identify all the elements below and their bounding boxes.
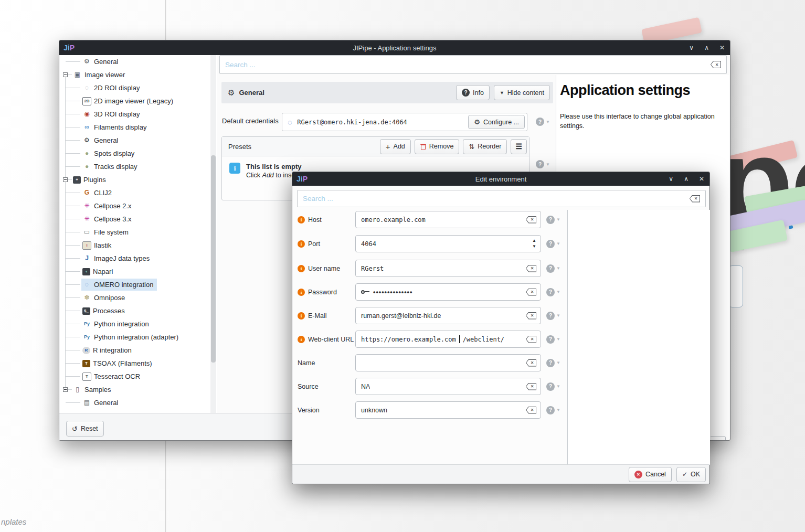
tree-item-inner[interactable]: ▤General xyxy=(81,397,122,409)
menu-button[interactable]: ☰ xyxy=(511,139,527,154)
tree-item-general[interactable]: ▤General xyxy=(59,396,210,409)
tree-item-inner[interactable]: ◌OMERO integration xyxy=(81,279,157,291)
tree-item-r-integration[interactable]: RR integration xyxy=(59,344,210,357)
field-input[interactable]: NA xyxy=(355,378,541,395)
scrollbar-thumb[interactable] xyxy=(211,155,216,363)
tree-item-filaments-display[interactable]: ∞Filaments display xyxy=(59,121,210,134)
hide-content-button[interactable]: ▼ Hide content xyxy=(494,85,550,100)
tree-item-general[interactable]: ⚙General xyxy=(59,134,210,147)
tree-item-inner[interactable]: ●Tracks display xyxy=(81,161,141,173)
tree-item-inner[interactable]: ◌2D ROI display xyxy=(81,82,143,94)
field-help[interactable]: ▼ xyxy=(546,335,560,344)
help-icon[interactable] xyxy=(546,359,555,367)
minimize-icon[interactable]: ∨ xyxy=(689,45,694,51)
field-input[interactable]: omero.example.com xyxy=(355,211,541,228)
ok-button[interactable]: ✓ OK xyxy=(676,467,706,482)
field-help[interactable]: ▼ xyxy=(546,359,560,367)
close-icon[interactable]: ✕ xyxy=(719,45,725,51)
tree-item-tracks-display[interactable]: ●Tracks display xyxy=(59,160,210,173)
clear-search-icon[interactable] xyxy=(690,195,700,203)
field-input[interactable]: •••••••••••••• xyxy=(355,283,541,301)
spin-down-icon[interactable]: ▼ xyxy=(532,244,536,249)
field-help[interactable]: ▼ xyxy=(546,216,560,224)
add-button[interactable]: +Add xyxy=(380,139,411,154)
field-input[interactable]: unknown xyxy=(355,401,541,419)
parameter-info-icon[interactable] xyxy=(298,216,305,224)
tree-item-inner[interactable]: ✽Omnipose xyxy=(81,292,129,304)
tree-item-inner[interactable]: ▣Image viewer xyxy=(72,69,129,81)
tree-item-inner[interactable]: ◖Napari xyxy=(81,265,116,278)
tree-item-python-integration-adapter-[interactable]: PyPython integration (adapter) xyxy=(59,331,210,344)
clear-search-icon[interactable] xyxy=(711,61,721,68)
dialog-search-input[interactable]: Search ... xyxy=(297,190,706,207)
field-input[interactable]: 4064▲▼ xyxy=(355,235,541,252)
dialog-titlebar[interactable]: JiP Edit environment ∨ ∧ ✕ xyxy=(292,172,709,186)
tree-item-3d-roi-display[interactable]: ◉3D ROI display xyxy=(59,108,210,121)
field-help[interactable]: ▼ xyxy=(546,406,560,414)
tree-item-inner[interactable]: ▯Samples xyxy=(72,384,115,396)
remove-button[interactable]: Remove xyxy=(415,139,460,154)
tree-item-2d-image-viewer-legacy-[interactable]: 2D2D image viewer (Legacy) xyxy=(59,94,210,108)
tree-item-clij2[interactable]: GCLIJ2 xyxy=(59,186,210,199)
tree-item-tesseract-ocr[interactable]: TTesseract OCR xyxy=(59,370,210,383)
tree-item-python-integration[interactable]: PyPython integration xyxy=(59,317,210,331)
tree-item-inner[interactable]: JImageJ data types xyxy=(81,252,153,264)
main-titlebar[interactable]: JiP JIPipe - Application settings ∨ ∧ ✕ xyxy=(59,40,730,55)
tree-item-spots-display[interactable]: ●Spots display xyxy=(59,147,210,160)
tree-item-inner[interactable]: ∞Filaments display xyxy=(81,121,150,133)
tree-item-processes[interactable]: $_Processes xyxy=(59,304,210,317)
tree-item-inner[interactable]: ✳Cellpose 3.x xyxy=(81,213,135,225)
tree-item-inner[interactable]: RR integration xyxy=(81,344,135,356)
tree-item-tsoax-filaments-[interactable]: TTSOAX (Filaments) xyxy=(59,357,210,370)
field-help[interactable]: ▼ xyxy=(546,240,560,248)
tree-item-inner[interactable]: ▭File system xyxy=(81,226,132,238)
clear-field-icon[interactable] xyxy=(526,265,536,272)
parameter-info-icon[interactable] xyxy=(298,289,305,296)
tree-item-cellpose-3-x[interactable]: ✳Cellpose 3.x xyxy=(59,212,210,226)
default-credentials-widget[interactable]: ◌ RGerst@omero.hki-jena.de:4064 ⚙ Config… xyxy=(282,113,527,131)
maximize-icon[interactable]: ∧ xyxy=(684,176,689,182)
clear-field-icon[interactable] xyxy=(526,289,536,296)
parameter-info-icon[interactable] xyxy=(298,336,305,343)
parameter-info-icon[interactable] xyxy=(298,265,305,272)
tree-item-inner[interactable]: +Plugins xyxy=(72,174,110,186)
help-icon[interactable] xyxy=(546,288,555,296)
clear-field-icon[interactable] xyxy=(526,383,536,390)
help-icon[interactable] xyxy=(546,240,555,248)
tree-item-imagej-data-types[interactable]: JImageJ data types xyxy=(59,252,210,265)
tree-item-inner[interactable]: 2D2D image viewer (Legacy) xyxy=(81,95,177,107)
help-icon[interactable] xyxy=(536,160,544,168)
tree-item-inner[interactable]: GCLIJ2 xyxy=(81,187,115,199)
field-input[interactable]: ruman.gerst@leibniz-hki.de xyxy=(355,307,541,324)
close-icon[interactable]: ✕ xyxy=(699,176,704,182)
help-icon[interactable] xyxy=(546,264,555,273)
configure-button[interactable]: ⚙ Configure ... xyxy=(468,115,525,129)
tree-item-inner[interactable]: ⚙General xyxy=(81,134,122,146)
clear-field-icon[interactable] xyxy=(526,336,536,343)
cancel-button[interactable]: Cancel xyxy=(629,467,672,482)
clear-field-icon[interactable] xyxy=(526,312,536,320)
tree-item-inner[interactable]: PyPython integration (adapter) xyxy=(81,331,182,343)
help-icon[interactable] xyxy=(546,406,555,414)
help-icon[interactable] xyxy=(546,382,555,391)
sidebar-scrollbar[interactable] xyxy=(210,55,216,413)
field-input[interactable] xyxy=(355,354,541,371)
tree-item-file-system[interactable]: ▭File system xyxy=(59,226,210,239)
help-icon[interactable] xyxy=(546,335,555,344)
field-help[interactable]: ▼ xyxy=(546,382,560,391)
collapse-box-icon[interactable] xyxy=(63,177,68,182)
clear-field-icon[interactable] xyxy=(526,216,536,224)
settings-search-input[interactable]: Search ... xyxy=(219,55,727,74)
tree-item-inner[interactable]: ●Spots display xyxy=(81,147,138,159)
tree-item-inner[interactable]: ✳Cellpose 2.x xyxy=(81,200,135,212)
help-icon[interactable] xyxy=(536,118,544,126)
tree-item-samples[interactable]: ▯Samples xyxy=(59,383,210,396)
credentials-help[interactable]: ▼ xyxy=(536,118,550,126)
tree-item-cellpose-2-x[interactable]: ✳Cellpose 2.x xyxy=(59,199,210,212)
field-input[interactable]: https://omero.example.com/webclient/ xyxy=(355,331,541,348)
clear-field-icon[interactable] xyxy=(526,359,536,367)
tree-item-plugins[interactable]: +Plugins xyxy=(59,173,210,186)
tree-item-partial[interactable]: ▯ xyxy=(59,409,210,413)
tree-item-inner[interactable]: iIlastik xyxy=(81,239,115,251)
tree-item-inner[interactable]: TTesseract OCR xyxy=(81,370,144,382)
